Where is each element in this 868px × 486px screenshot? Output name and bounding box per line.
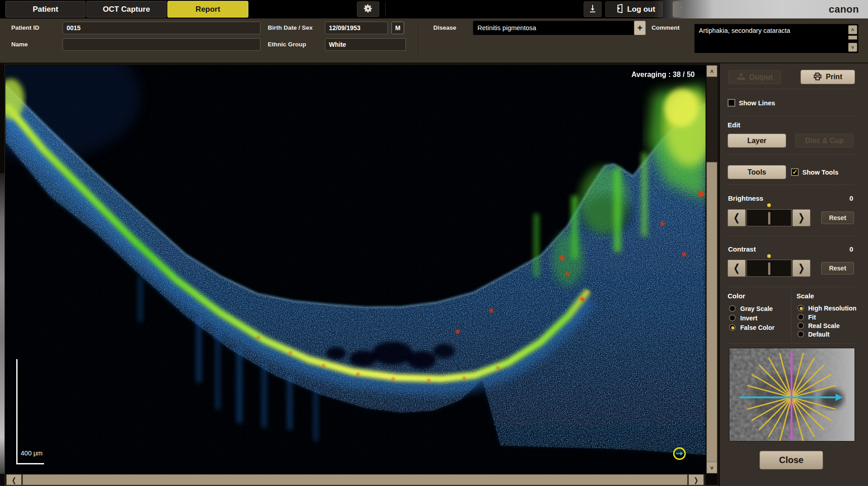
scale-fit-radio[interactable] — [797, 314, 804, 320]
tab-report[interactable]: Report — [167, 1, 248, 18]
birth-date-sex-label: Birth Date / Sex — [268, 24, 313, 31]
scan-direction-marker[interactable] — [673, 447, 686, 460]
color-false-color-radio[interactable] — [729, 324, 736, 331]
chevron-right-icon: ❭ — [797, 263, 805, 273]
comment-scroll-down-button[interactable]: ˅ — [848, 43, 857, 52]
layer-button[interactable]: Layer — [728, 134, 786, 148]
tab-oct-capture[interactable]: OCT Capture — [86, 1, 166, 18]
output-button[interactable]: Output — [728, 70, 781, 84]
scale-real-scale-radio[interactable] — [797, 322, 804, 329]
separator — [728, 343, 854, 344]
contrast-reset-button[interactable]: Reset — [821, 262, 854, 274]
scale-bar-horizontal — [16, 463, 44, 464]
output-icon — [737, 72, 746, 82]
contrast-slider-handle[interactable] — [768, 262, 770, 275]
name-input[interactable] — [63, 38, 261, 51]
brand-logo: canon — [829, 4, 859, 15]
comment-scroll-thumb[interactable] — [848, 36, 857, 40]
chevron-right-icon: ❭ — [797, 213, 805, 223]
settings-button[interactable] — [357, 1, 379, 17]
contrast-slider-track[interactable] — [747, 260, 792, 277]
patient-id-input[interactable] — [63, 22, 261, 34]
birth-date-input[interactable] — [325, 22, 388, 34]
close-label: Close — [779, 455, 803, 465]
chevron-left-icon: ❬ — [11, 477, 17, 483]
contrast-slider-dot — [767, 254, 771, 258]
contrast-decrease-button[interactable]: ❬ — [728, 260, 746, 277]
layer-label: Layer — [747, 137, 767, 145]
scroll-left-button[interactable]: ❬ — [6, 474, 22, 485]
scale-high-resolution-radio[interactable] — [797, 305, 804, 311]
vertical-scroll-thumb[interactable] — [706, 162, 717, 463]
show-lines-label[interactable]: Show Lines — [739, 99, 775, 107]
close-button[interactable]: Close — [760, 451, 823, 469]
horizontal-scrollbar[interactable]: ❬ ❭ — [5, 474, 706, 485]
application-window: Patient OCT Capture Report Log out ? can… — [0, 0, 868, 486]
background-window-edge — [0, 173, 4, 474]
color-invert-label[interactable]: Invert — [740, 315, 757, 322]
comment-label: Comment — [652, 24, 679, 31]
fundus-image — [729, 348, 855, 441]
print-label: Print — [826, 73, 842, 81]
tab-patient-label: Patient — [33, 5, 58, 14]
show-lines-checkbox[interactable]: ✓ — [728, 99, 735, 107]
tools-button[interactable]: Tools — [728, 165, 786, 179]
scale-bar-vertical — [16, 359, 18, 464]
disc-cup-button[interactable]: Disc & Cup — [795, 134, 854, 148]
brightness-decrease-button[interactable]: ❬ — [728, 209, 746, 226]
contrast-value: 0 — [831, 245, 853, 253]
vertical-scrollbar[interactable]: ˄ ˅ — [706, 65, 717, 473]
brightness-slider-handle[interactable] — [768, 212, 770, 225]
disease-add-button[interactable]: + — [634, 21, 646, 35]
fundus-thumbnail[interactable] — [729, 348, 855, 441]
show-tools-label[interactable]: Show Tools — [802, 169, 838, 176]
color-gray-scale-label[interactable]: Gray Scale — [740, 305, 773, 312]
scroll-right-button[interactable]: ❭ — [688, 474, 704, 485]
separator — [728, 287, 854, 287]
tab-oct-capture-label: OCT Capture — [103, 5, 150, 14]
averaging-status: Averaging : 38 / 50 — [631, 71, 695, 79]
ethnic-group-input[interactable] — [325, 38, 406, 51]
horizontal-scroll-thumb[interactable] — [22, 474, 688, 485]
brightness-increase-button[interactable]: ❭ — [792, 209, 810, 226]
color-gray-scale-radio[interactable] — [729, 305, 736, 312]
chevron-up-icon: ˄ — [710, 68, 714, 74]
name-label: Name — [11, 41, 28, 48]
brightness-reset-button[interactable]: Reset — [821, 212, 854, 224]
oct-scan-viewport[interactable]: Averaging : 38 / 50 400 µm — [5, 65, 706, 473]
scale-real-scale-label[interactable]: Real Scale — [808, 322, 840, 329]
show-tools-checkbox[interactable]: ✓ — [791, 168, 799, 176]
scale-bar-label: 400 µm — [21, 450, 43, 457]
sex-button[interactable]: M — [391, 22, 404, 34]
scroll-up-button[interactable]: ˄ — [706, 65, 717, 77]
disc-cup-label: Disc & Cup — [805, 137, 843, 145]
contrast-increase-button[interactable]: ❭ — [792, 260, 810, 277]
oct-bscan-image — [5, 65, 706, 473]
comment-scroll-up-button[interactable]: ˄ — [848, 25, 857, 34]
report-control-panel: Output Print ✓ Show Lines Edit Layer Dis… — [719, 63, 868, 486]
comment-input[interactable]: Artiphakia, secondary cataracta — [699, 27, 846, 51]
logout-icon — [613, 4, 624, 15]
chevron-up-icon: ˄ — [851, 27, 854, 32]
separator — [728, 236, 854, 236]
scale-high-resolution-label[interactable]: High Resolution — [808, 305, 856, 312]
edit-section-label: Edit — [728, 121, 740, 129]
reset-label: Reset — [829, 265, 846, 272]
ethnic-group-label: Ethnic Group — [268, 41, 306, 48]
scale-fit-label[interactable]: Fit — [808, 314, 816, 321]
scale-default-radio[interactable] — [797, 331, 804, 338]
brightness-slider-track[interactable] — [747, 209, 792, 226]
scroll-down-button[interactable]: ˅ — [706, 462, 717, 473]
color-invert-radio[interactable] — [729, 315, 736, 321]
disease-label: Disease — [433, 24, 456, 31]
scale-default-label[interactable]: Default — [808, 331, 829, 338]
color-false-color-label[interactable]: False Color — [740, 324, 774, 331]
patient-id-label: Patient ID — [11, 24, 39, 31]
download-button[interactable] — [584, 1, 602, 17]
color-section-label: Color — [728, 292, 745, 300]
tab-patient[interactable]: Patient — [5, 1, 85, 18]
disease-input[interactable]: Retinitis pigmentosa — [473, 21, 634, 35]
download-icon — [588, 4, 597, 14]
print-button[interactable]: Print — [801, 70, 855, 84]
comment-box: Artiphakia, secondary cataracta ˄ ˅ — [694, 24, 859, 53]
